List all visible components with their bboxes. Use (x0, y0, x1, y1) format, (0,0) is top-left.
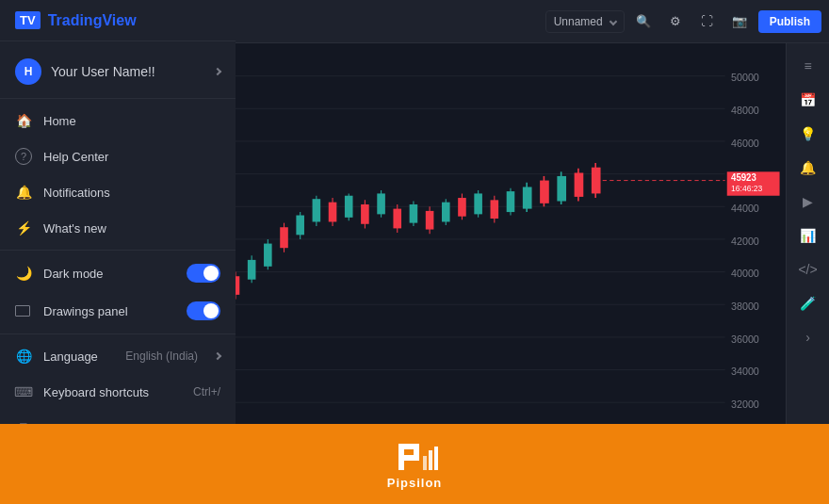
pipsilon-icon-svg (391, 439, 438, 472)
menu-item-help[interactable]: ? Help Center (0, 138, 236, 174)
whats-new-label: What's new (43, 221, 220, 236)
strategy-tester-icon[interactable]: 🧪 (793, 288, 823, 318)
unnamed-dropdown[interactable]: Unnamed (545, 10, 625, 33)
svg-text:44000: 44000 (731, 203, 759, 214)
user-profile-row[interactable]: H Your User Name!! (0, 49, 236, 94)
svg-rect-66 (507, 191, 515, 212)
menu-divider-3 (0, 333, 236, 334)
home-label: Home (43, 114, 220, 128)
svg-rect-64 (491, 200, 499, 219)
svg-text:48000: 48000 (731, 105, 759, 116)
svg-rect-70 (540, 181, 549, 203)
svg-rect-104 (434, 447, 438, 470)
svg-rect-101 (414, 444, 419, 461)
whats-new-icon: ⚡ (15, 219, 32, 236)
tradingview-logo[interactable]: TV TradingView (15, 11, 137, 29)
menu-item-language[interactable]: 🌐 Language English (India) (0, 338, 236, 374)
menu-divider-2 (0, 250, 236, 251)
zoom-button[interactable]: 🔍 (630, 8, 657, 35)
menu-header: TV TradingView (0, 0, 236, 41)
svg-rect-62 (474, 193, 482, 214)
svg-text:42000: 42000 (731, 235, 759, 246)
menu-item-home[interactable]: 🏠 Home (0, 103, 236, 138)
replay-sidebar-icon[interactable]: ▶ (793, 187, 823, 217)
svg-rect-52 (393, 209, 401, 229)
svg-text:36000: 36000 (731, 333, 759, 344)
drawings-toggle-knob (203, 303, 219, 318)
menu-item-dark-mode[interactable]: 🌙 Dark mode (0, 254, 236, 292)
svg-rect-60 (458, 198, 466, 217)
svg-rect-56 (426, 211, 434, 230)
settings-button[interactable]: ⚙ (662, 8, 689, 35)
menu-item-drawings[interactable]: Drawings panel (0, 292, 236, 330)
chart-right-expand[interactable]: › (793, 322, 823, 352)
pipsilon-logo: Pipsilon (387, 439, 443, 490)
user-chevron-icon (214, 68, 221, 75)
svg-rect-38 (280, 227, 288, 248)
svg-rect-50 (377, 193, 385, 214)
language-chevron-icon (214, 352, 221, 360)
svg-rect-34 (248, 260, 256, 280)
menu-user-avatar: H (15, 58, 41, 85)
watchlist-icon[interactable]: ≡ (793, 51, 823, 81)
svg-rect-68 (523, 187, 532, 208)
svg-rect-42 (313, 199, 321, 221)
svg-text:46000: 46000 (731, 137, 759, 148)
svg-rect-48 (361, 204, 369, 224)
help-label: Help Center (43, 150, 220, 164)
notifications-icon: 🔔 (15, 184, 32, 201)
drawings-toggle[interactable] (187, 301, 220, 320)
dark-mode-label: Dark mode (43, 267, 175, 281)
keyboard-shortcut: Ctrl+/ (193, 385, 220, 398)
camera-button[interactable]: 📷 (726, 8, 753, 35)
menu-item-keyboard[interactable]: ⌨ Keyboard shortcuts Ctrl+/ (0, 374, 236, 410)
keyboard-label: Keyboard shortcuts (43, 385, 182, 399)
svg-rect-58 (442, 203, 450, 222)
svg-rect-46 (345, 196, 353, 218)
svg-text:40000: 40000 (731, 268, 759, 279)
fullscreen-button[interactable]: ⛶ (694, 8, 721, 35)
svg-text:16:46:23: 16:46:23 (731, 184, 762, 193)
svg-rect-54 (410, 204, 418, 223)
publish-button[interactable]: Publish (758, 10, 821, 33)
notifications-label: Notifications (43, 186, 220, 200)
svg-text:45923: 45923 (731, 171, 756, 182)
menu-item-notifications[interactable]: 🔔 Notifications (0, 174, 236, 210)
ideas-icon[interactable]: 💡 (793, 119, 823, 149)
svg-rect-103 (429, 450, 432, 470)
pine-editor-icon[interactable]: </> (793, 254, 823, 285)
drawings-icon (15, 305, 30, 317)
svg-text:34000: 34000 (731, 366, 759, 377)
dark-mode-icon: 🌙 (15, 265, 32, 282)
dark-mode-toggle[interactable] (187, 264, 220, 283)
toggle-knob (203, 266, 219, 281)
svg-text:50000: 50000 (731, 72, 759, 83)
svg-rect-102 (423, 456, 427, 470)
user-info: H Your User Name!! (15, 58, 155, 85)
keyboard-icon: ⌨ (15, 383, 32, 400)
language-label: Language (43, 350, 114, 364)
help-icon: ? (15, 148, 32, 165)
svg-rect-40 (296, 216, 304, 236)
alerts-icon[interactable]: 🔔 (793, 153, 823, 183)
svg-rect-36 (264, 244, 272, 267)
home-icon: 🏠 (15, 112, 32, 129)
pipsilon-banner: Pipsilon (0, 424, 829, 504)
svg-rect-44 (329, 203, 337, 222)
toolbar-right: Unnamed 🔍 ⚙ ⛶ 📷 Publish (545, 8, 821, 35)
language-icon: 🌐 (15, 348, 32, 365)
svg-text:38000: 38000 (731, 301, 759, 312)
calendar-icon[interactable]: 📅 (793, 85, 823, 115)
language-value: English (India) (125, 350, 198, 363)
menu-user-name: Your User Name!! (51, 64, 155, 79)
menu-item-whats-new[interactable]: ⚡ What's new (0, 210, 236, 246)
drawings-label: Drawings panel (43, 304, 175, 318)
svg-rect-74 (575, 172, 584, 196)
menu-divider-1 (0, 98, 236, 99)
tradingview-text: TradingView (48, 12, 137, 29)
svg-text:32000: 32000 (731, 398, 759, 410)
svg-rect-72 (557, 176, 566, 202)
data-window-icon[interactable]: 📊 (793, 220, 823, 251)
chevron-down-icon (609, 17, 616, 24)
pipsilon-label: Pipsilon (387, 476, 443, 490)
